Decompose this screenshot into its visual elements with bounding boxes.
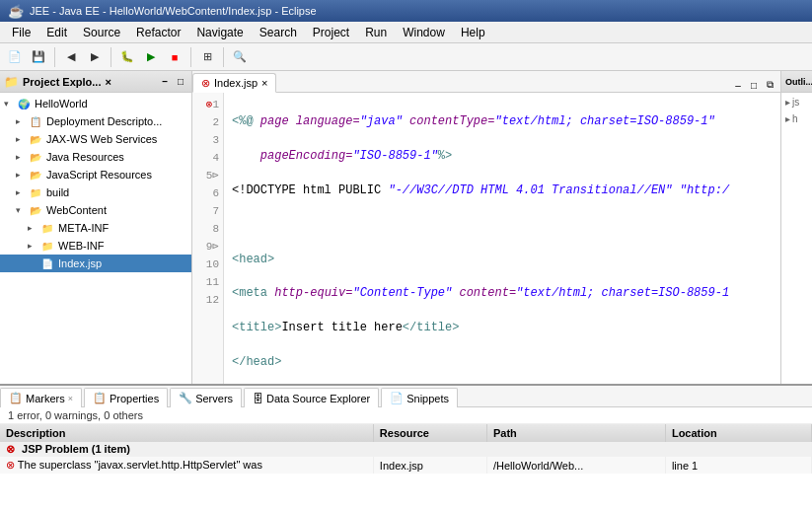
tab-snippets[interactable]: 📄 Snippets: [381, 388, 458, 407]
tree-item-build[interactable]: ▸ 📁 build: [0, 183, 191, 201]
editor-tab-bar: ⊗ Index.jsp × – □ ⧉: [192, 71, 780, 93]
menu-search[interactable]: Search: [252, 24, 305, 41]
code-line-3: <!DOCTYPE html PUBLIC "-//W3C//DTD HTML …: [232, 182, 773, 199]
code-content[interactable]: <%@ page language="java" contentType="te…: [224, 93, 780, 384]
tree-item-metainf[interactable]: ▸ 📁 META-INF: [0, 219, 191, 237]
new-button[interactable]: 📄: [4, 46, 26, 68]
code-line-8: </head>: [232, 353, 773, 371]
tab-indexjsp[interactable]: ⊗ Index.jsp ×: [192, 73, 276, 93]
line-num-3: 3: [200, 132, 219, 150]
arrow-icon: ▸: [16, 170, 28, 180]
outline-content: ▸ js ▸ h: [781, 93, 812, 384]
marker-resource: Index.jsp: [373, 457, 486, 474]
tree-item-webcontent[interactable]: ▾ 📂 WebContent: [0, 201, 191, 219]
group-error-icon: ⊗: [6, 443, 15, 455]
editor-restore-button[interactable]: ⧉: [763, 78, 776, 92]
properties-tab-label: Properties: [110, 393, 159, 404]
menu-refactor[interactable]: Refactor: [128, 24, 188, 41]
tree-item-java-resources[interactable]: ▸ 📂 Java Resources: [0, 148, 191, 166]
arrow-icon: ▾: [16, 205, 28, 215]
tree-label: WEB-INF: [58, 240, 104, 252]
tab-markers[interactable]: 📋 Markers ×: [0, 388, 82, 407]
col-resource[interactable]: Resource: [373, 424, 486, 442]
menu-edit[interactable]: Edit: [38, 24, 75, 41]
editor-area: ⊗ Index.jsp × – □ ⧉ ⊗ 1 2 3 4 5⊳ 6: [192, 71, 780, 384]
perspective-button[interactable]: ⊞: [196, 46, 218, 68]
main-layout: 📁 Project Explo... × – □ ▾ 🌍 HelloWorld: [0, 71, 812, 512]
webinf-icon: 📁: [39, 238, 55, 254]
marker-location: line 1: [665, 457, 811, 474]
webcontent-icon: 📂: [28, 202, 43, 218]
tree-item-js-resources[interactable]: ▸ 📂 JavaScript Resources: [0, 166, 191, 183]
arrow-icon: ▸: [28, 223, 39, 233]
panel-header-buttons: – □: [158, 75, 187, 89]
line-num-10: 10: [200, 256, 219, 274]
js-resources-icon: 📂: [28, 167, 43, 183]
eclipse-icon: ☕: [8, 4, 24, 19]
tree-label: Index.jsp: [58, 257, 102, 269]
bottom-tab-bar: 📋 Markers × 📋 Properties 🔧 Servers 🗄 Dat…: [0, 386, 812, 407]
tree-item-indexjsp[interactable]: 📄 Index.jsp: [0, 255, 191, 272]
stop-button[interactable]: ■: [164, 46, 185, 68]
minimize-panel-button[interactable]: –: [158, 75, 172, 89]
prev-edit-button[interactable]: ◀: [60, 46, 82, 68]
col-description[interactable]: Description: [0, 424, 373, 442]
editor-maximize-button[interactable]: □: [747, 78, 761, 92]
line-num-12: 12: [200, 292, 219, 310]
maximize-panel-button[interactable]: □: [174, 75, 187, 89]
menu-file[interactable]: File: [4, 24, 38, 41]
toolbar-separator-3: [190, 47, 191, 67]
jsp-file-icon: 📄: [39, 256, 55, 271]
toolbar: 📄 💾 ◀ ▶ 🐛 ▶ ■ ⊞ 🔍: [0, 43, 812, 71]
arrow-icon: ▾: [4, 99, 16, 109]
col-location[interactable]: Location: [665, 424, 811, 442]
markers-summary-text: 1 error, 0 warnings, 0 others: [8, 409, 143, 421]
outline-item-js[interactable]: ▸ js: [783, 95, 810, 110]
tree-item-jaxws[interactable]: ▸ 📂 JAX-WS Web Services: [0, 130, 191, 148]
save-button[interactable]: 💾: [28, 46, 49, 68]
markers-group-row[interactable]: ⊗ JSP Problem (1 item): [0, 442, 812, 457]
next-edit-button[interactable]: ▶: [84, 46, 106, 68]
menu-run[interactable]: Run: [357, 24, 395, 41]
markers-tab-label: Markers: [26, 393, 65, 404]
tree-label: WebContent: [46, 204, 107, 216]
group-text: JSP Problem (1 item): [22, 443, 130, 455]
metainf-icon: 📁: [39, 220, 55, 236]
markers-tab-close: ×: [68, 394, 73, 403]
tree-item-webinf[interactable]: ▸ 📁 WEB-INF: [0, 237, 191, 255]
outline-item-h[interactable]: ▸ h: [783, 111, 810, 126]
editor-minimize-button[interactable]: –: [731, 78, 745, 92]
col-path[interactable]: Path: [486, 424, 665, 442]
tree-item-helloworld[interactable]: ▾ 🌍 HelloWorld: [0, 95, 191, 112]
tree-item-deployment[interactable]: ▸ 📋 Deployment Descripto...: [0, 112, 191, 130]
line-num-1: ⊗ 1: [200, 97, 219, 114]
run-button[interactable]: ▶: [140, 46, 162, 68]
tab-datasource[interactable]: 🗄 Data Source Explorer: [244, 388, 379, 407]
tab-close-icon: ×: [261, 77, 267, 89]
line-num-5: 5⊳: [200, 168, 219, 185]
project-tree: ▾ 🌍 HelloWorld ▸ 📋 Deployment Descripto.…: [0, 93, 191, 384]
menu-source[interactable]: Source: [75, 24, 128, 41]
line-num-7: 7: [200, 203, 219, 221]
menu-window[interactable]: Window: [395, 24, 453, 41]
debug-button[interactable]: 🐛: [116, 46, 138, 68]
menu-project[interactable]: Project: [305, 24, 357, 41]
menu-navigate[interactable]: Navigate: [188, 24, 251, 41]
toolbar-separator-2: [111, 47, 111, 67]
code-line-1: <%@ page language="java" contentType="te…: [232, 113, 773, 131]
outline-header: Outli...: [781, 71, 812, 93]
tab-properties[interactable]: 📋 Properties: [84, 388, 168, 407]
tab-servers[interactable]: 🔧 Servers: [170, 388, 242, 407]
toolbar-separator-1: [54, 47, 55, 67]
project-explorer-title: Project Explo...: [23, 76, 101, 88]
code-line-6: <meta http-equiv="Content-Type" content=…: [232, 285, 773, 303]
menu-help[interactable]: Help: [453, 24, 493, 41]
servers-tab-label: Servers: [195, 393, 233, 404]
search-button[interactable]: 🔍: [229, 46, 251, 68]
snippets-tab-label: Snippets: [406, 393, 449, 404]
snippets-tab-icon: 📄: [390, 392, 404, 404]
tree-label: JAX-WS Web Services: [46, 133, 157, 145]
code-editor[interactable]: ⊗ 1 2 3 4 5⊳ 6 7 8 9⊳ 10 11 12 <%@ page …: [192, 93, 780, 384]
markers-row[interactable]: ⊗ The superclass "javax.servlet.http.Htt…: [0, 457, 812, 474]
markers-tab-icon: 📋: [9, 392, 23, 404]
